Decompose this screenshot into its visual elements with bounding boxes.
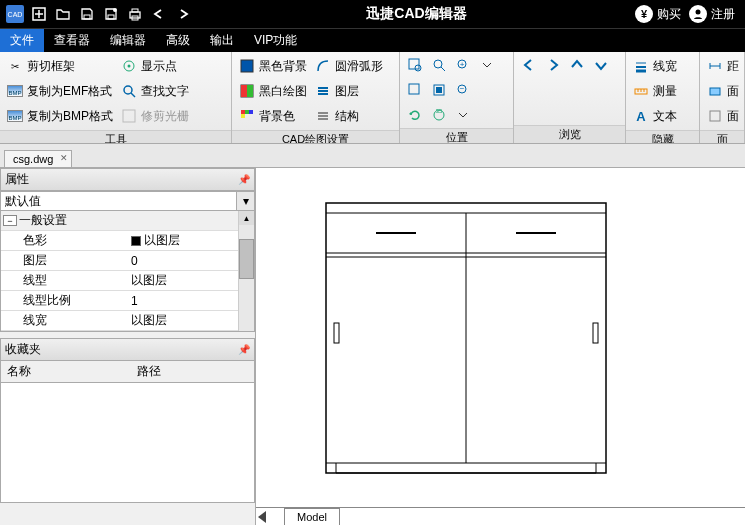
undo-icon[interactable]: [148, 3, 170, 25]
property-row[interactable]: 线型比例1: [1, 291, 254, 311]
zoom-fit-icon[interactable]: [428, 79, 450, 101]
scroll-thumb[interactable]: [239, 239, 254, 279]
properties-panel-header[interactable]: 属性 📌: [0, 168, 255, 191]
property-row[interactable]: 色彩以图层: [1, 231, 254, 251]
menu-vip[interactable]: VIP功能: [244, 29, 307, 52]
zoom-out-icon[interactable]: −: [452, 79, 474, 101]
surface-button[interactable]: 面: [704, 104, 742, 128]
menu-advanced[interactable]: 高级: [156, 29, 200, 52]
svg-rect-37: [409, 84, 419, 94]
ribbon-group-cad-settings: 黑色背景 黑白绘图 背景色 圆滑弧形 图层 结构 CAD绘图设置: [232, 52, 400, 143]
zoom-dropdown-icon[interactable]: [476, 54, 498, 76]
model-tab[interactable]: Model: [284, 508, 340, 525]
find-text-button[interactable]: 查找文字: [118, 79, 192, 103]
svg-rect-17: [241, 60, 253, 72]
main-area: 属性 📌 ▾ − 一般设置 色彩以图层 图层0 线型以图层 线型比例1 线宽以图…: [0, 168, 745, 525]
copy-emf-button[interactable]: BMP复制为EMF格式: [4, 79, 116, 103]
register-button[interactable]: 注册: [689, 5, 735, 23]
svg-rect-63: [334, 323, 339, 343]
chevron-down-icon[interactable]: ▾: [236, 192, 254, 210]
distance-button[interactable]: 距: [704, 54, 742, 78]
cut-frame-button[interactable]: ✂剪切框架: [4, 54, 116, 78]
favorites-panel-header[interactable]: 收藏夹 📌: [0, 338, 255, 361]
linewidth-button[interactable]: 线宽: [630, 54, 680, 78]
svg-line-15: [131, 93, 135, 97]
app-title: 迅捷CAD编辑器: [198, 5, 635, 23]
scroll-up-icon[interactable]: ▲: [239, 211, 254, 225]
save-icon[interactable]: [76, 3, 98, 25]
zoom-in-icon[interactable]: +: [452, 54, 474, 76]
text-button[interactable]: A文本: [630, 104, 680, 128]
nav-down-icon[interactable]: [590, 54, 612, 76]
area-button[interactable]: 面: [704, 79, 742, 103]
collapse-icon[interactable]: −: [3, 215, 17, 226]
layers-button[interactable]: 图层: [312, 79, 386, 103]
arc-icon: [315, 58, 331, 74]
svg-rect-28: [318, 112, 328, 114]
color-swatch: [131, 236, 141, 246]
pin-icon[interactable]: 📌: [238, 344, 250, 355]
nav-left-icon[interactable]: [518, 54, 540, 76]
svg-rect-19: [241, 85, 247, 97]
favorites-list[interactable]: [0, 383, 255, 503]
rotate-icon[interactable]: [404, 104, 426, 126]
orbit-icon[interactable]: 35: [428, 104, 450, 126]
black-bg-button[interactable]: 黑色背景: [236, 54, 310, 78]
col-path[interactable]: 路径: [131, 361, 167, 382]
svg-rect-9: [132, 9, 138, 12]
nav-right-icon[interactable]: [542, 54, 564, 76]
trim-raster-button[interactable]: 修剪光栅: [118, 104, 192, 128]
nav-up-icon[interactable]: [566, 54, 588, 76]
zoom-extents-icon[interactable]: [428, 54, 450, 76]
document-tab[interactable]: csg.dwg ✕: [4, 150, 72, 167]
pin-icon[interactable]: 📌: [238, 174, 250, 185]
document-tab-bar: csg.dwg ✕: [0, 144, 745, 168]
measure-button[interactable]: 测量: [630, 79, 680, 103]
app-icon[interactable]: CAD: [4, 3, 26, 25]
favorites-panel: 收藏夹 📌 名称 路径: [0, 338, 255, 503]
default-value-dropdown[interactable]: ▾: [0, 191, 255, 211]
close-icon[interactable]: ✕: [60, 153, 68, 163]
open-icon[interactable]: [52, 3, 74, 25]
view-dropdown-icon[interactable]: [452, 104, 474, 126]
ribbon-group-hide: 线宽 测量 A文本 隐藏: [626, 52, 700, 143]
property-row[interactable]: 线宽以图层: [1, 311, 254, 331]
menu-output[interactable]: 输出: [200, 29, 244, 52]
ribbon-group-surface: 距 面 面 面: [700, 52, 745, 143]
zoom-window-icon[interactable]: [404, 54, 426, 76]
redo-icon[interactable]: [172, 3, 194, 25]
saveas-icon[interactable]: [100, 3, 122, 25]
svg-rect-23: [249, 110, 253, 114]
copy-bmp-button[interactable]: BMP复制为BMP格式: [4, 104, 116, 128]
bg-color-button[interactable]: 背景色: [236, 104, 310, 128]
bw-draw-button[interactable]: 黑白绘图: [236, 79, 310, 103]
property-row[interactable]: 线型以图层: [1, 271, 254, 291]
drawing-canvas[interactable]: Model: [256, 168, 745, 525]
tab-scroll-left-icon[interactable]: [258, 511, 266, 523]
print-icon[interactable]: [124, 3, 146, 25]
property-section[interactable]: − 一般设置: [1, 211, 254, 231]
svg-rect-21: [241, 110, 245, 114]
svg-rect-39: [436, 87, 442, 93]
col-name[interactable]: 名称: [1, 361, 131, 382]
show-points-button[interactable]: 显示点: [118, 54, 192, 78]
svg-rect-25: [318, 87, 328, 89]
new-icon[interactable]: [28, 3, 50, 25]
scrollbar[interactable]: ▲: [238, 211, 254, 331]
document-name: csg.dwg: [13, 153, 53, 165]
smooth-arc-button[interactable]: 圆滑弧形: [312, 54, 386, 78]
surface-icon: [707, 108, 723, 124]
property-row[interactable]: 图层0: [1, 251, 254, 271]
lines-icon: [633, 58, 649, 74]
menu-editor[interactable]: 编辑器: [100, 29, 156, 52]
default-value-input[interactable]: [1, 192, 236, 210]
structure-button[interactable]: 结构: [312, 104, 386, 128]
buy-button[interactable]: ¥购买: [635, 5, 681, 23]
scissors-icon: ✂: [7, 58, 23, 74]
pan-icon[interactable]: [404, 79, 426, 101]
svg-rect-22: [245, 110, 249, 114]
svg-point-33: [434, 60, 442, 68]
svg-text:CAD: CAD: [8, 11, 23, 18]
menu-viewer[interactable]: 查看器: [44, 29, 100, 52]
menu-file[interactable]: 文件: [0, 29, 44, 52]
